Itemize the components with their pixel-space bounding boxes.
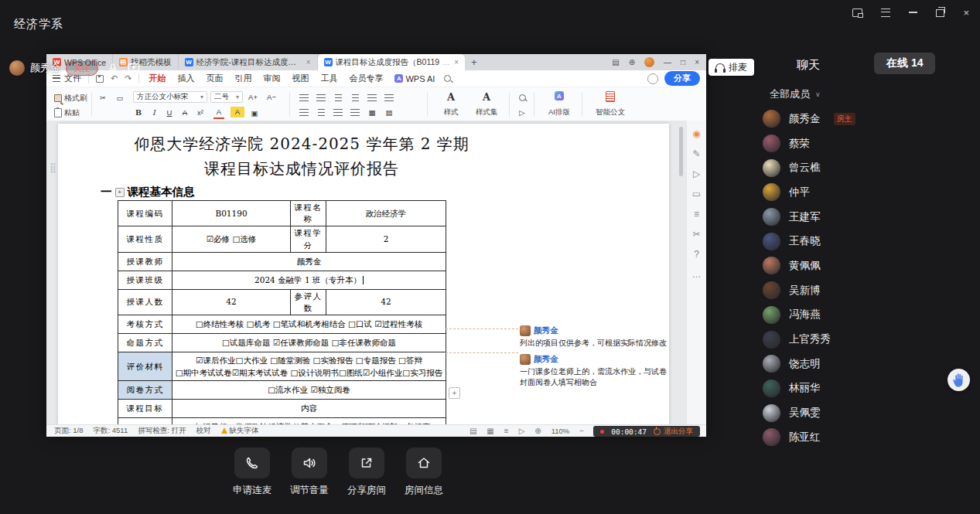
member-row[interactable]: 王春晓 — [763, 229, 975, 254]
new-tab-button[interactable]: + — [465, 56, 483, 68]
table-value-cell[interactable]: 内容 — [172, 400, 446, 418]
read-mode-icon[interactable]: ▤ — [470, 427, 476, 435]
line-spacing-icon[interactable] — [384, 92, 394, 103]
select-icon[interactable]: ▷ — [517, 107, 528, 117]
member-row[interactable]: 林丽华 — [763, 376, 975, 401]
copy-icon[interactable]: ▭ — [114, 92, 125, 103]
menu-tab-page[interactable]: 页面 — [203, 73, 225, 84]
table-value-cell[interactable]: □终结性考核 □机考 □笔试和机考相结合 □口试 ☑过程性考核 — [172, 315, 446, 334]
search-icon[interactable] — [444, 75, 451, 82]
justify-icon[interactable] — [350, 107, 360, 117]
member-row[interactable]: 蔡荣 — [763, 131, 975, 156]
font-name-select[interactable]: 方正公文小标宋▾ — [133, 91, 207, 103]
font-color-icon[interactable]: A — [213, 107, 224, 119]
table-label-cell[interactable]: 参评人数 — [291, 289, 326, 315]
menu-tab-review[interactable]: 审阅 — [261, 73, 282, 84]
table-handle-icon[interactable]: + — [115, 188, 125, 197]
member-row[interactable]: 上官秀秀 — [763, 327, 975, 352]
table-label-cell[interactable]: 课程学分 — [291, 226, 326, 252]
table-value-cell[interactable]: B01190 — [172, 201, 291, 226]
share-button[interactable]: 分享 — [664, 71, 700, 86]
table-value-cell[interactable]: 2024 金融学 1 班（专升本） — [172, 271, 446, 289]
align-right-icon[interactable] — [333, 107, 343, 117]
table-label-cell[interactable]: 课程编码 — [118, 201, 172, 226]
comment[interactable]: 颜秀金 列出的项目仅供参考，可根据实际情况修改 — [520, 325, 669, 349]
find-icon[interactable] — [517, 92, 528, 103]
table-label-cell[interactable]: 授课人数 — [118, 289, 172, 315]
print-layout-icon[interactable]: ▦ — [487, 427, 493, 435]
document-viewport[interactable]: ⣿ 仰恩大学经济学院 2024-2025 学年第 2 学期 课程目标达成情况评价… — [46, 121, 706, 424]
wps-globe-icon[interactable]: ⊕ — [629, 58, 635, 66]
table-label-cell[interactable]: 课程性质 — [118, 226, 172, 252]
shading-icon[interactable]: ▦ — [367, 107, 377, 117]
table-label-cell[interactable]: 授课教师 — [118, 252, 172, 271]
decrease-indent-icon[interactable] — [333, 92, 343, 103]
borders-icon[interactable]: ▤ — [384, 107, 394, 117]
exit-share-button[interactable]: 退出分享 — [654, 427, 693, 437]
member-row[interactable]: 曾云樵 — [763, 155, 975, 180]
missing-font-warning[interactable]: 缺失字体 — [221, 426, 259, 436]
member-row[interactable]: 颜秀金 房主 — [763, 107, 975, 131]
align-left-icon[interactable] — [299, 107, 309, 117]
table-label-cell[interactable]: 评价材料 — [118, 352, 172, 381]
document-page[interactable]: 仰恩大学经济学院 2024-2025 学年第 2 学期 课程目标达成情况评价报告… — [58, 124, 669, 424]
play-view-icon[interactable]: ▷ — [519, 427, 525, 435]
paragraph-drag-handle[interactable]: ⣿ — [50, 164, 56, 172]
table-label-cell[interactable]: 命题方式 — [118, 334, 172, 352]
scissors-icon[interactable]: ✂ — [692, 229, 700, 240]
member-row[interactable]: 仲平 — [763, 180, 975, 205]
table-value-cell[interactable]: □流水作业 ☑独立阅卷 — [172, 381, 446, 400]
room-info-button[interactable]: 房间信息 — [404, 448, 444, 497]
tab-close-icon[interactable]: × — [452, 58, 459, 66]
wps-maximize-icon[interactable]: □ — [681, 58, 685, 66]
volume-button[interactable]: 调节音量 — [289, 448, 330, 497]
paragraph-mark-icon[interactable] — [367, 92, 377, 103]
table-value-cell[interactable]: 42 — [326, 289, 446, 315]
wps-account-avatar[interactable] — [644, 57, 654, 67]
spellcheck-status[interactable]: 拼写检查: 打开 — [138, 426, 186, 436]
members-filter-dropdown[interactable]: 全部成员 ∨ — [770, 87, 821, 101]
bullet-list-icon[interactable] — [299, 92, 309, 103]
queue-mic-button[interactable]: 排麦 — [709, 59, 754, 76]
table-value-cell[interactable]: 2 — [326, 226, 446, 252]
comment[interactable]: 颜秀金 一门课多位老师上的，需流水作业，与试卷封面阅卷人填写相吻合 — [520, 354, 669, 387]
raise-hand-button[interactable] — [948, 369, 970, 391]
document-scrollbar[interactable] — [679, 127, 683, 176]
menu-tab-home[interactable]: 开始 — [146, 73, 168, 84]
character-border-icon[interactable]: ▣ — [249, 107, 260, 118]
follow-button[interactable]: 关注 — [66, 61, 98, 76]
zoom-level[interactable]: 110% — [551, 427, 570, 435]
table-value-cell[interactable]: ☑必修 □选修 — [172, 226, 291, 252]
tab-online-members[interactable]: 在线 14 — [874, 53, 935, 74]
word-count[interactable]: 字数: 4511 — [94, 426, 128, 436]
cut-icon[interactable]: ✂ — [97, 92, 108, 103]
strikethrough-icon[interactable]: A — [179, 107, 190, 117]
bold-icon[interactable]: B — [133, 107, 144, 117]
table-value-cell[interactable]: □试题库命题 ☑任课教师命题 □非任课教师命题 — [172, 334, 446, 352]
increase-indent-icon[interactable] — [350, 92, 360, 103]
pen-icon[interactable]: ✎ — [692, 148, 700, 159]
table-label-cell[interactable]: 课程目标 — [118, 400, 172, 418]
table-label-cell[interactable]: 课程名称 — [291, 201, 326, 226]
styles-button[interactable]: A样式 — [438, 91, 464, 117]
member-row[interactable]: 吴新博 — [763, 278, 975, 303]
tab-close-icon[interactable]: × — [305, 58, 311, 66]
screen-share-icon[interactable] — [128, 63, 140, 73]
underline-icon[interactable]: U — [164, 107, 175, 117]
cloud-sync-icon[interactable] — [647, 73, 658, 84]
wps-minimize-icon[interactable]: — — [664, 58, 671, 66]
zoom-out-icon[interactable]: − — [579, 427, 584, 435]
more-tools-icon[interactable]: … — [692, 269, 702, 280]
member-row[interactable]: 吴佩雯 — [763, 400, 975, 425]
outline-view-icon[interactable]: ≡ — [504, 427, 509, 435]
increase-font-icon[interactable]: A+ — [248, 91, 258, 102]
smart-doc-button[interactable]: 智能公文 — [591, 91, 630, 117]
font-size-select[interactable]: 二号▾ — [210, 91, 243, 103]
select-cursor-icon[interactable]: ▷ — [693, 168, 700, 179]
menu-tab-wps-ai[interactable]: AWPS AI — [392, 74, 437, 83]
table-value-cell[interactable]: 政治经济学 — [326, 201, 446, 226]
menu-tab-tools[interactable]: 工具 — [318, 73, 340, 84]
tab-more-icon[interactable]: … — [442, 59, 449, 66]
member-row[interactable]: 王建军 — [763, 205, 975, 230]
align-center-icon[interactable] — [316, 107, 326, 117]
